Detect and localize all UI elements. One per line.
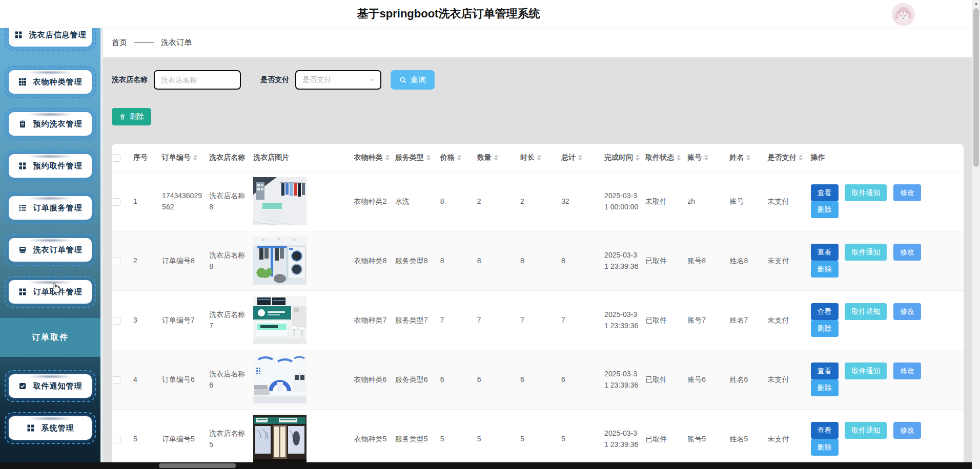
delete-button[interactable]: 删除 (811, 439, 839, 456)
vertical-scroll-thumb[interactable] (973, 8, 979, 167)
shop-name-input[interactable] (154, 70, 241, 90)
cell-order-no: 订单编号5 (161, 409, 208, 462)
sidebar-item-clothing-types[interactable]: 衣物种类管理 (5, 66, 96, 98)
sidebar-item-pickup-notify[interactable]: 取件通知管理 (5, 370, 96, 402)
cell-paid: 未支付 (766, 231, 809, 290)
row-checkbox[interactable] (113, 436, 120, 443)
pay-status-placeholder: 是否支付 (302, 75, 331, 84)
sidebar-item-system-mgmt[interactable]: 系统管理 (5, 412, 96, 444)
delete-button[interactable]: 删除 (811, 320, 839, 337)
sort-icon[interactable] (385, 155, 390, 161)
pickup-notify-button[interactable]: 取件通知 (845, 184, 887, 201)
pay-status-select[interactable]: 是否支付 (295, 70, 381, 90)
sort-icon[interactable] (193, 155, 197, 161)
col-header-paid[interactable]: 是否支付 (766, 144, 809, 172)
trash-icon (119, 113, 126, 120)
sidebar-item-order-service[interactable]: 订单服务管理 (5, 192, 96, 224)
sidebar-scrollbar[interactable] (100, 28, 103, 462)
sidebar-item-laundry-orders[interactable]: 洗衣订单管理 (5, 234, 96, 266)
col-header-finish-time[interactable]: 完成时间 (603, 144, 644, 172)
row-checkbox[interactable] (113, 317, 120, 325)
edit-button[interactable]: 修改 (893, 422, 921, 439)
sort-icon[interactable] (457, 155, 461, 161)
table-row: 2 订单编号8 洗衣店名称8 (112, 231, 964, 290)
sort-icon[interactable] (799, 155, 803, 161)
col-header-clothing-type[interactable]: 衣物种类 (353, 144, 394, 172)
view-button[interactable]: 查看 (811, 184, 839, 201)
sidebar-item-order-pickup-mgmt[interactable]: 订单取件管理 (5, 276, 96, 308)
check-square-icon (18, 382, 27, 390)
select-all-checkbox[interactable] (113, 154, 120, 162)
edit-button[interactable]: 修改 (893, 184, 921, 201)
sidebar-nav: 洗衣店信息管理 衣物种类管理 预约洗衣管理 预约取件管理 订单服务管理 洗衣订单… (0, 28, 100, 462)
edit-button[interactable]: 修改 (893, 363, 921, 379)
sidebar-item-laundry-booking[interactable]: 预约洗衣管理 (5, 108, 96, 140)
search-button[interactable]: 查询 (391, 70, 435, 90)
table-header-row: 序号 订单编号 洗衣店名称 洗衣店图片 衣物种类 服务类型 价格 数量 时长 总… (112, 144, 964, 172)
horizontal-scroll-thumb[interactable] (159, 463, 236, 468)
col-header-quantity[interactable]: 数量 (476, 144, 519, 172)
view-button[interactable]: 查看 (811, 422, 839, 439)
cell-index: 1 (132, 172, 161, 231)
col-header-total[interactable]: 总计 (560, 144, 603, 172)
sort-icon[interactable] (704, 155, 708, 161)
washing-machine-icon (18, 246, 27, 254)
col-header-service-type[interactable]: 服务类型 (394, 144, 439, 172)
pickup-notify-button[interactable]: 取件通知 (845, 244, 887, 261)
edit-button[interactable]: 修改 (893, 303, 921, 320)
sort-icon[interactable] (578, 155, 582, 161)
sidebar-item-label: 取件通知管理 (33, 381, 83, 391)
delete-button[interactable]: 删除 (811, 379, 839, 396)
view-button[interactable]: 查看 (811, 244, 839, 261)
cell-price: 5 (439, 409, 476, 462)
search-icon (399, 76, 407, 84)
sort-icon[interactable] (746, 155, 750, 161)
cell-finish-time: 2025-03-31 23:39:36 (603, 350, 644, 409)
col-header-account[interactable]: 账号 (686, 144, 728, 172)
delete-button[interactable]: 删除 (811, 261, 839, 278)
delete-button[interactable]: 删除 (811, 201, 839, 218)
view-button[interactable]: 查看 (811, 303, 839, 320)
row-checkbox[interactable] (113, 376, 120, 384)
vertical-scrollbar[interactable]: ▲ (972, 0, 980, 469)
sort-icon[interactable] (537, 155, 541, 161)
cell-total: 32 (560, 172, 603, 231)
scroll-up-arrow[interactable]: ▲ (972, 1, 980, 6)
cell-account: 账号5 (686, 409, 728, 462)
sort-icon[interactable] (636, 155, 640, 161)
col-header-duration[interactable]: 时长 (519, 144, 560, 172)
cell-service-type: 水洗 (394, 172, 439, 231)
pickup-notify-button[interactable]: 取件通知 (845, 422, 887, 439)
col-header-pickup-status[interactable]: 取件状态 (644, 144, 686, 172)
cell-name: 姓名6 (728, 350, 766, 409)
orders-table-card: 序号 订单编号 洗衣店名称 洗衣店图片 衣物种类 服务类型 价格 数量 时长 总… (112, 144, 964, 462)
sort-icon[interactable] (426, 155, 431, 161)
cell-total: 8 (560, 231, 603, 290)
view-button[interactable]: 查看 (811, 363, 839, 379)
cell-shop-name: 洗衣店名称7 (208, 290, 252, 350)
sidebar-item-shop-info[interactable]: 洗衣店信息管理 (5, 28, 96, 51)
sidebar-submenu-order-pickup-active[interactable]: 订单取件 (0, 318, 100, 357)
sort-icon[interactable] (677, 155, 681, 161)
cell-shop-name: 洗衣店名称8 (208, 231, 252, 290)
sort-icon[interactable] (494, 155, 498, 161)
bulk-delete-button[interactable]: 删除 (112, 108, 151, 125)
col-header-order-no[interactable]: 订单编号 (161, 144, 208, 172)
submenu-label: 订单取件 (32, 332, 69, 343)
sidebar-item-label: 衣物种类管理 (33, 77, 83, 87)
col-header-name[interactable]: 姓名 (728, 144, 766, 172)
cell-order-no: 订单编号6 (161, 350, 208, 409)
col-header-price[interactable]: 价格 (439, 144, 476, 172)
row-checkbox[interactable] (113, 258, 120, 265)
cell-pickup-status: 已取件 (644, 350, 686, 409)
row-checkbox[interactable] (113, 198, 120, 206)
sidebar-item-pickup-booking[interactable]: 预约取件管理 (5, 150, 96, 182)
edit-button[interactable]: 修改 (893, 244, 921, 261)
shop-photo (253, 296, 307, 344)
pickup-notify-button[interactable]: 取件通知 (845, 303, 887, 320)
table-row: 4 订单编号6 洗衣店名称6 (112, 350, 964, 409)
pickup-notify-button[interactable]: 取件通知 (845, 363, 887, 379)
avatar[interactable] (892, 3, 915, 26)
horizontal-scrollbar[interactable] (0, 462, 972, 469)
breadcrumb-home[interactable]: 首页 (112, 38, 127, 48)
